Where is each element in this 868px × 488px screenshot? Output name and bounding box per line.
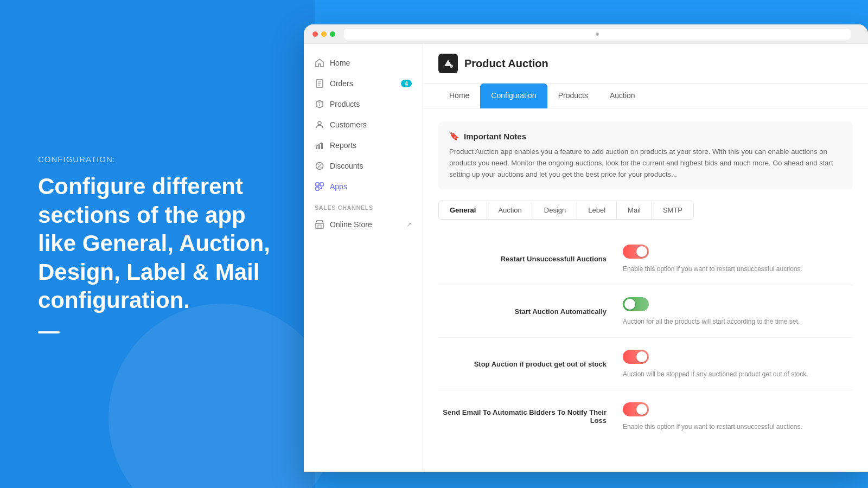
sub-tab-auction[interactable]: Auction — [487, 201, 533, 219]
dot-green — [330, 31, 335, 37]
toggle-send-email[interactable] — [623, 402, 649, 416]
sidebar-label-home: Home — [330, 59, 350, 67]
dot-red — [312, 31, 318, 37]
sidebar-item-orders[interactable]: Orders 4 — [304, 73, 423, 94]
sidebar-label-online-store: Online Store — [330, 220, 372, 229]
tab-bar: Home Configuration Products Auction — [423, 84, 868, 108]
apps-icon — [315, 182, 324, 191]
important-notes-box: 🔖 Important Notes Product Auction app en… — [438, 121, 853, 190]
sub-tab-bar: General Auction Design Lebel Mail SMTP — [438, 201, 694, 220]
setting-control-stop-stock: Auction will be stopped if any auctioned… — [623, 350, 853, 378]
sidebar-label-discounts: Discounts — [330, 162, 363, 170]
svg-rect-14 — [316, 187, 319, 190]
setting-restart-unsuccessful: Restart Unsuccessfull Auctions E — [438, 233, 853, 285]
config-heading: Configure different sections of the app … — [38, 172, 277, 315]
sub-tab-lebel[interactable]: Lebel — [577, 201, 617, 219]
setting-start-automatically: Start Auction Automatically Auct — [438, 285, 853, 338]
browser-area: Home Orders 4 — [304, 24, 868, 472]
app-header: Product Auction — [423, 44, 868, 84]
toggle-track-stop-stock[interactable] — [623, 350, 649, 364]
setting-label-restart: Restart Unsuccessfull Auctions — [438, 255, 623, 263]
tab-auction[interactable]: Auction — [599, 84, 646, 108]
svg-rect-13 — [320, 183, 323, 186]
svg-rect-5 — [316, 146, 317, 149]
reports-icon — [315, 140, 324, 150]
svg-rect-15 — [321, 188, 322, 189]
setting-label-start-auto: Start Auction Automatically — [438, 307, 623, 316]
svg-point-4 — [318, 121, 321, 125]
products-icon — [315, 99, 324, 109]
toggle-thumb-stop-stock — [636, 351, 647, 362]
sidebar-item-products[interactable]: Products — [304, 94, 423, 114]
setting-label-send-email: Send Email To Automatic Bidders To Notif… — [438, 408, 623, 425]
config-section: 🔖 Important Notes Product Auction app en… — [423, 108, 868, 455]
tab-home[interactable]: Home — [438, 84, 480, 108]
orders-icon — [315, 79, 324, 88]
svg-point-20 — [450, 65, 453, 68]
browser-url-bar — [344, 29, 851, 40]
sidebar-label-products: Products — [330, 100, 360, 108]
sub-tab-design[interactable]: Design — [533, 201, 577, 219]
toggle-start-auto[interactable] — [623, 297, 649, 311]
toggle-container-restart: Enable this option if you want to restar… — [623, 245, 853, 273]
setting-control-start-auto: Auction for all the products will start … — [623, 297, 853, 325]
settings-list: Restart Unsuccessfull Auctions E — [438, 233, 853, 442]
setting-stop-out-of-stock: Stop Auction if product get out of stock — [438, 338, 853, 390]
important-notes-text: Product Auction app enables you a featur… — [449, 146, 842, 180]
sub-tab-smtp[interactable]: SMTP — [652, 201, 693, 219]
toggle-restart[interactable] — [623, 245, 649, 259]
main-content: Product Auction Home Configuration Produ… — [423, 44, 868, 472]
sub-tab-mail[interactable]: Mail — [617, 201, 652, 219]
svg-rect-7 — [321, 143, 323, 149]
toggle-stop-stock[interactable] — [623, 350, 649, 364]
tab-configuration[interactable]: Configuration — [480, 84, 547, 108]
toggle-track-restart[interactable] — [623, 245, 649, 259]
toggle-container-start-auto: Auction for all the products will start … — [623, 297, 853, 325]
config-divider — [38, 331, 60, 333]
toggle-container-stop-stock: Auction will be stopped if any auctioned… — [623, 350, 853, 378]
sidebar-item-reports[interactable]: Reports — [304, 135, 423, 156]
home-icon — [315, 58, 324, 68]
sidebar-item-customers[interactable]: Customers — [304, 114, 423, 135]
bookmark-icon: 🔖 — [449, 131, 459, 141]
browser-window: Home Orders 4 — [304, 24, 868, 472]
svg-rect-6 — [318, 145, 320, 149]
discounts-icon — [315, 161, 324, 171]
left-panel: CONFIGURATION: Configure different secti… — [0, 0, 315, 488]
setting-control-send-email: Enable this option if you want to restar… — [623, 402, 853, 431]
toggle-track-start-auto[interactable] — [623, 297, 649, 311]
store-icon — [315, 220, 324, 229]
customers-icon — [315, 120, 324, 130]
sales-channels-label: SALES CHANNELS — [304, 197, 423, 214]
svg-rect-12 — [316, 183, 319, 186]
sidebar: Home Orders 4 — [304, 44, 423, 472]
toggle-thumb-restart — [636, 246, 647, 257]
toggle-thumb-start-auto — [624, 299, 635, 310]
external-link-icon: ↗ — [406, 221, 412, 228]
setting-send-email: Send Email To Automatic Bidders To Notif… — [438, 390, 853, 442]
setting-label-stop-stock: Stop Auction if product get out of stock — [438, 360, 623, 368]
toggle-thumb-send-email — [636, 404, 647, 415]
app-title: Product Auction — [464, 57, 548, 70]
browser-topbar — [304, 24, 868, 44]
tab-products[interactable]: Products — [547, 84, 599, 108]
sidebar-label-customers: Customers — [330, 120, 367, 129]
sidebar-item-discounts[interactable]: Discounts — [304, 156, 423, 176]
config-label: CONFIGURATION: — [38, 155, 277, 164]
toggle-container-send-email: Enable this option if you want to restar… — [623, 402, 853, 431]
important-notes-title: 🔖 Important Notes — [449, 131, 842, 141]
app-icon — [438, 54, 458, 73]
sidebar-item-home[interactable]: Home — [304, 53, 423, 73]
sidebar-item-apps[interactable]: Apps — [304, 176, 423, 197]
browser-dots — [312, 31, 335, 37]
sub-tab-general[interactable]: General — [439, 201, 487, 219]
sidebar-label-reports: Reports — [330, 141, 356, 150]
setting-control-restart: Enable this option if you want to restar… — [623, 245, 853, 273]
orders-badge: 4 — [401, 80, 412, 87]
toggle-track-send-email[interactable] — [623, 402, 649, 416]
svg-point-10 — [318, 164, 319, 165]
sidebar-item-online-store[interactable]: Online Store ↗ — [304, 214, 423, 235]
svg-rect-18 — [316, 223, 323, 228]
sidebar-label-apps: Apps — [330, 182, 347, 191]
svg-point-11 — [321, 167, 322, 168]
